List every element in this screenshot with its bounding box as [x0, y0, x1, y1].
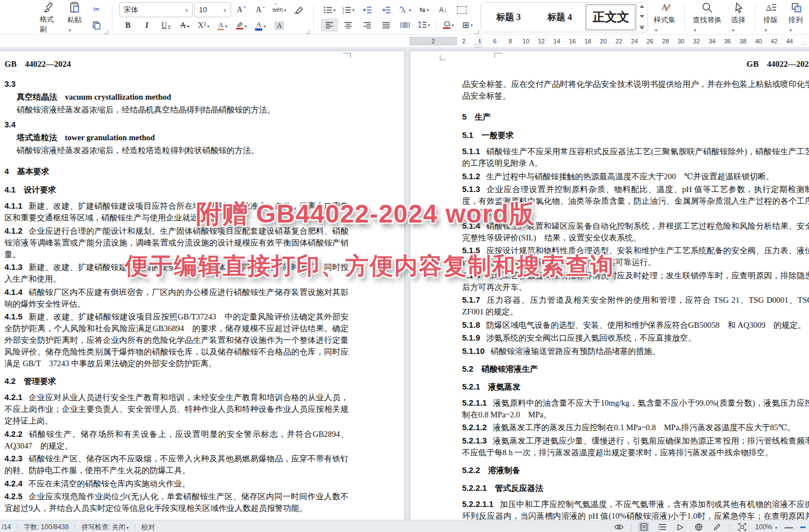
paragraph-dialog-launcher[interactable]	[475, 30, 479, 34]
cut-copy-column: ✂	[88, 2, 105, 32]
justify-button[interactable]	[377, 18, 395, 32]
zoom-out-button[interactable]: —	[785, 523, 793, 532]
page-left-body: 3.3真空结晶法vacuum crystallization method硝酸铵…	[4, 78, 349, 520]
gallery-scroll-down-icon[interactable]	[640, 15, 644, 18]
paragraph-5.2.1.1: 5.2.1.1液氨原料中的油含量不应大于10mg/kg，氨含量不应小于99.0%…	[462, 397, 809, 421]
align-right-button[interactable]	[359, 18, 376, 32]
paragraph-4.2.3: 4.2.3硝酸铵生产区、储存区内不应吸烟，不应带入火种及其他易燃易爆物品，应穿不…	[4, 453, 349, 476]
character-border-button[interactable]	[453, 3, 470, 17]
typeset-button[interactable]: A 排版	[759, 0, 784, 35]
outline-view-icon[interactable]	[656, 522, 668, 532]
paragraph-h2: 5.2.2 溶液制备	[462, 465, 809, 476]
style-item-body-selected[interactable]: 正文文	[585, 4, 636, 31]
eye-protect-icon[interactable]	[613, 522, 624, 532]
paragraph-h1: 4 基本要求	[4, 166, 349, 178]
search-icon	[701, 2, 713, 14]
web-view-icon[interactable]	[693, 522, 704, 532]
paragraph-hnum: 3.4	[4, 119, 349, 131]
gallery-scroll-up-icon[interactable]	[640, 5, 644, 8]
shading-color-swatch	[443, 27, 450, 29]
paragraph-h2: 4.1 设计要求	[4, 184, 349, 196]
page-view-icon[interactable]	[638, 522, 649, 532]
text-direction-button[interactable]: ⇆	[415, 3, 433, 17]
italic-button[interactable]: I	[138, 19, 155, 32]
edit-pen-icon[interactable]	[712, 522, 723, 532]
format-painter-button[interactable]: 格式刷	[36, 2, 61, 32]
clipboard-group: 格式刷 粘贴 ✂	[32, 0, 109, 35]
clear-format-eraser-button[interactable]	[290, 3, 307, 17]
zoom-level-value: 100%	[755, 523, 772, 531]
ruler-number: 2	[462, 38, 465, 45]
proofread-button[interactable]: 校对	[141, 523, 155, 532]
text-effects-button[interactable]: A	[214, 19, 231, 32]
status-bar: /14 字数: 100/8438 拼写检查: 关闭 校对	[0, 520, 809, 532]
style-item-heading3[interactable]: 标题 3	[483, 4, 534, 31]
paragraph-5.2.1.2: 5.2.1.2液氨蒸发工序的蒸发压力应控制在0.1 MPa~0.8 MPa,排污…	[462, 422, 809, 434]
font-size-select[interactable]: 10 ∨	[194, 2, 231, 17]
word-count[interactable]: 字数: 100/8438	[24, 523, 69, 532]
ruler-number: 12	[538, 38, 545, 45]
cut-button[interactable]: ✂	[88, 3, 105, 16]
font-dialog-launcher[interactable]	[306, 30, 310, 34]
document-area: GB 44022—2024 3.3真空结晶法vacuum crystalliza…	[0, 48, 809, 520]
paragraph-h2: 5.1 一般要求	[462, 130, 809, 141]
chevron-down-icon: ∨	[223, 7, 227, 13]
increase-indent-button[interactable]	[377, 3, 395, 17]
font-size-value: 10	[199, 6, 207, 14]
decrease-indent-button[interactable]	[359, 3, 376, 17]
bold-button[interactable]: B	[119, 19, 136, 32]
dashed-box-icon	[457, 6, 467, 14]
bullet-list-button[interactable]	[321, 3, 338, 17]
ruler-number: 18	[585, 38, 591, 45]
character-scale-button[interactable]: A	[396, 3, 414, 17]
borders-button[interactable]: ⊞	[459, 18, 476, 32]
spell-check-toggle[interactable]: 拼写检查: 关闭	[81, 523, 129, 532]
superscript-button[interactable]: X²	[195, 19, 212, 32]
status-separator	[729, 524, 730, 530]
numbered-list-button[interactable]: 123	[340, 3, 357, 17]
document-page-left[interactable]: GB 44022—2024 3.3真空结晶法vacuum crystalliza…	[0, 51, 404, 520]
style-set-button[interactable]: A 样式集	[649, 0, 681, 35]
clipboard-dialog-launcher[interactable]	[104, 30, 108, 34]
grow-font-button[interactable]: A+	[233, 3, 250, 17]
shading-color-button[interactable]	[440, 18, 457, 32]
find-replace-button[interactable]: 查找替换	[688, 0, 727, 35]
fullscreen-icon[interactable]	[737, 522, 748, 532]
distribute-button[interactable]	[396, 18, 414, 32]
svg-text:A: A	[766, 3, 772, 11]
zoom-level-select[interactable]: 100%	[755, 523, 777, 531]
copy-button[interactable]	[88, 18, 105, 32]
page-indicator[interactable]: /14	[2, 523, 11, 531]
font-family-select[interactable]: 宋体 ∨	[119, 2, 193, 17]
strikethrough-button[interactable]: A	[176, 19, 193, 32]
style-item-heading4[interactable]: 标题 4	[534, 4, 585, 31]
gallery-expand-icon[interactable]	[640, 26, 644, 30]
font-group: 宋体 ∨ 10 ∨ A+ A− wén B I U A X²	[116, 0, 310, 35]
status-right-tools: 100% —	[613, 522, 806, 532]
zoom-slider[interactable]	[800, 526, 806, 528]
crop-mark	[440, 55, 445, 60]
align-left-button[interactable]	[321, 18, 338, 32]
phonetic-guide-button[interactable]: wén	[271, 3, 288, 17]
sort-button[interactable]: A↓	[434, 3, 452, 17]
select-button[interactable]: 选择	[727, 0, 752, 35]
arrange-button[interactable]: 排列	[784, 0, 809, 35]
align-center-button[interactable]	[340, 18, 357, 32]
left-indent-marker[interactable]	[474, 45, 482, 47]
paragraph-5.2.1.3: 5.2.1.3液氨蒸发工序进氨应少量、缓慢进行，引氨前应确保加热源正常投用；排污…	[462, 435, 809, 459]
ruler-number: 8	[509, 38, 512, 45]
paragraph-def: 硝酸铵溶液经蒸发器浓缩后，经造粒塔造粒得到粒状硝酸铵的方法。	[4, 145, 349, 156]
mini-separator	[436, 20, 437, 30]
line-spacing-button[interactable]	[415, 18, 433, 32]
paragraph-body: 品安全标签。应在交付产品时将化学品安全技术说明书提供给用户，并在外包装上粘贴或喷…	[462, 78, 809, 102]
paragraph-4.2.4: 4.2.4不应在未清空的硝酸铵仓库内实施动火作业。	[4, 478, 349, 490]
highlight-color-button[interactable]	[233, 19, 250, 32]
slideshow-play-icon[interactable]	[675, 522, 686, 532]
underline-button[interactable]: U	[157, 19, 174, 32]
font-color-button[interactable]: A	[252, 19, 269, 32]
document-page-right[interactable]: GB 44022—2024 品安全标签。应在交付产品时将化学品安全技术说明书提供…	[410, 51, 809, 520]
paste-button[interactable]: 粘贴	[63, 2, 86, 32]
horizontal-ruler[interactable]: 2 24681012141618202224262830323436384042…	[0, 35, 809, 48]
shrink-font-button[interactable]: A−	[252, 3, 269, 17]
character-shading-button[interactable]: A	[271, 19, 288, 32]
